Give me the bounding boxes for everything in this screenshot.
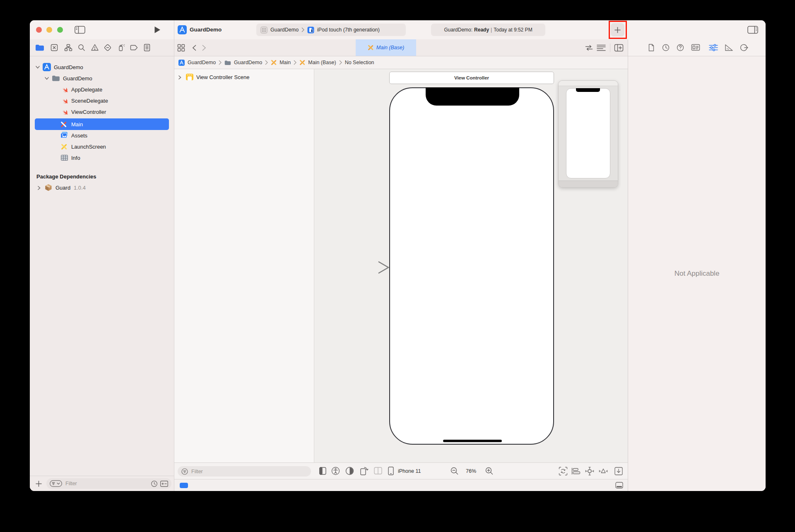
zoom-level[interactable]: 76% <box>466 468 476 474</box>
view-controller-device-frame[interactable] <box>389 87 554 445</box>
tab-main-base[interactable]: Main (Base) <box>356 39 416 56</box>
align-icon[interactable] <box>571 467 581 475</box>
breadcrumb-file[interactable]: Main <box>279 60 291 65</box>
source-control-navigator-icon[interactable] <box>50 43 58 52</box>
minimize-window-button[interactable] <box>46 27 52 33</box>
recent-files-filter-icon[interactable] <box>151 480 158 487</box>
run-button[interactable] <box>154 26 161 34</box>
navigator-filter-input[interactable] <box>65 480 148 487</box>
inspector-tab-bar <box>628 39 766 56</box>
identity-inspector-icon[interactable] <box>691 44 700 51</box>
tree-item-appdelegate[interactable]: AppDelegate <box>30 84 174 95</box>
view-controller-title: View Controller <box>454 75 489 80</box>
test-navigator-icon[interactable] <box>104 43 112 52</box>
breadcrumb-project[interactable]: GuardDemo <box>188 60 216 65</box>
related-items-icon[interactable] <box>177 44 185 52</box>
tree-item-assets[interactable]: Assets <box>30 130 174 141</box>
outline-filter-input[interactable] <box>190 468 307 475</box>
go-forward-icon[interactable] <box>202 45 206 51</box>
initial-view-controller-arrow <box>349 260 390 275</box>
storyboard-icon <box>60 121 67 128</box>
attributes-inspector-icon[interactable] <box>709 44 718 51</box>
disclosure-open-icon[interactable] <box>36 66 40 69</box>
history-inspector-icon[interactable] <box>662 43 670 52</box>
status-state: Ready <box>474 27 489 33</box>
scheme-app-icon <box>260 26 267 34</box>
outline-filter-field[interactable] <box>178 466 311 477</box>
project-navigator-icon[interactable] <box>35 44 44 51</box>
embed-in-icon[interactable] <box>614 467 623 476</box>
breadcrumb-selection[interactable]: No Selection <box>345 60 374 65</box>
view-controller-title-bar[interactable]: View Controller <box>389 72 554 84</box>
tree-item-project-root[interactable]: GuardDemo <box>30 61 174 73</box>
appearance-toggle-icon[interactable] <box>345 467 354 475</box>
add-item-icon[interactable] <box>36 481 42 487</box>
tree-item-package-guard[interactable]: Guard 1.0.4 <box>30 182 174 193</box>
disclosure-closed-icon[interactable] <box>178 75 181 79</box>
size-inspector-icon[interactable] <box>725 44 733 51</box>
tree-item-info[interactable]: Info <box>30 152 174 164</box>
disclosure-closed-icon[interactable] <box>38 186 41 190</box>
toggle-left-sidebar-icon[interactable] <box>75 26 85 34</box>
package-icon <box>45 184 52 191</box>
tree-item-label: LaunchScreen <box>71 144 106 150</box>
scheme-selector[interactable]: GuardDemo iPod touch (7th generation) <box>256 24 406 36</box>
library-add-button[interactable] <box>611 23 624 36</box>
canvas-minimap[interactable] <box>558 80 618 188</box>
device-icon[interactable] <box>388 467 394 475</box>
outline-item-vc-scene[interactable]: View Controller Scene <box>174 71 249 83</box>
file-inspector-icon[interactable] <box>647 43 655 52</box>
minimap-notch <box>576 88 600 92</box>
close-window-button[interactable] <box>36 27 42 33</box>
breadcrumb-storyboard-icon <box>271 60 277 65</box>
adaptation-icon[interactable] <box>374 467 382 474</box>
project-navigator: GuardDemo GuardDemo AppDelegate SceneDel… <box>30 56 174 476</box>
debug-navigator-icon[interactable] <box>117 43 125 52</box>
go-back-icon[interactable] <box>192 45 196 51</box>
breadcrumb-localization[interactable]: Main (Base) <box>308 60 336 65</box>
connections-inspector-icon[interactable] <box>740 43 748 52</box>
activity-status[interactable]: GuardDemo: Ready | Today at 9:52 PM <box>431 24 545 36</box>
toggle-outline-icon[interactable] <box>319 467 326 475</box>
toggle-bottom-bar-icon[interactable] <box>615 482 623 489</box>
breadcrumb-group[interactable]: GuardDemo <box>234 60 262 65</box>
breadcrumb-storyboard-icon <box>299 60 305 65</box>
tree-item-viewcontroller[interactable]: ViewController <box>30 106 174 118</box>
code-review-icon[interactable] <box>585 45 593 51</box>
chevron-right-icon <box>339 60 342 65</box>
tree-item-main-selected[interactable]: Main <box>35 118 169 130</box>
breakpoint-navigator-icon[interactable] <box>130 44 138 51</box>
quick-help-inspector-icon[interactable] <box>676 43 684 52</box>
report-navigator-icon[interactable] <box>143 43 151 52</box>
device-home-indicator <box>443 440 502 442</box>
resolve-autolayout-icon[interactable] <box>599 467 608 476</box>
toggle-right-sidebar-icon[interactable] <box>747 26 758 34</box>
update-frames-icon[interactable] <box>559 467 568 476</box>
zoom-in-icon[interactable] <box>485 467 494 475</box>
issue-navigator-icon[interactable] <box>91 43 99 52</box>
tree-item-group[interactable]: GuardDemo <box>30 72 174 84</box>
tree-item-scenedelegate[interactable]: SceneDelegate <box>30 95 174 106</box>
zoom-out-icon[interactable] <box>450 467 459 475</box>
run-destination-name[interactable]: iPod touch (7th generation) <box>317 27 380 33</box>
accessibility-preview-icon[interactable] <box>331 467 340 475</box>
add-constraints-icon[interactable] <box>585 467 594 476</box>
editor-tab-bar: Main (Base) <box>174 39 628 56</box>
navigator-filter-field[interactable] <box>46 478 171 489</box>
scheme-name[interactable]: GuardDemo <box>270 27 299 33</box>
symbol-navigator-icon[interactable] <box>64 43 72 52</box>
zoom-window-button[interactable] <box>57 27 63 33</box>
toolbar-divider <box>610 43 610 52</box>
find-navigator-icon[interactable] <box>77 43 86 52</box>
source-control-filter-icon[interactable] <box>160 481 168 487</box>
package-dependencies-header: Package Dependencies <box>30 171 174 182</box>
orientation-icon[interactable] <box>359 466 369 475</box>
add-editor-icon[interactable] <box>614 44 624 52</box>
device-name[interactable]: iPhone 11 <box>398 468 421 474</box>
entry-point-indicator[interactable] <box>180 483 188 488</box>
status-time: Today at 9:52 PM <box>494 27 532 33</box>
adjust-editor-options-icon[interactable] <box>597 44 606 51</box>
disclosure-open-icon[interactable] <box>45 77 49 80</box>
filter-menu-icon[interactable] <box>50 480 62 487</box>
tree-item-launchscreen[interactable]: LaunchScreen <box>30 141 174 152</box>
